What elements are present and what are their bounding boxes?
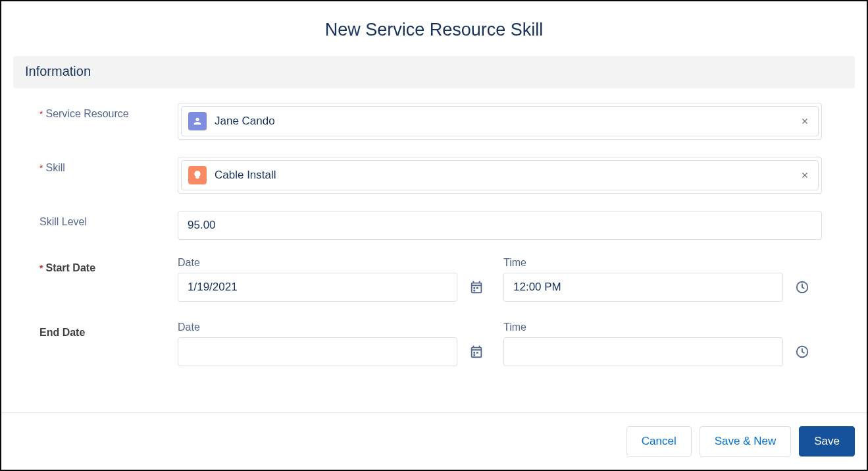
- label-service-resource: * Service Resource: [39, 103, 178, 120]
- row-service-resource: * Service Resource Jane Cando: [39, 103, 855, 140]
- row-start-date: * Start Date Date: [39, 257, 855, 302]
- label-skill: * Skill: [39, 157, 178, 174]
- datetime-start: Date: [178, 257, 822, 302]
- cancel-button[interactable]: Cancel: [626, 426, 692, 457]
- end-date-input[interactable]: [178, 337, 457, 366]
- modal-footer: Cancel Save & New Save: [1, 412, 867, 470]
- skill-icon: [188, 166, 207, 184]
- service-resource-icon: [188, 112, 207, 130]
- required-asterisk: *: [39, 163, 43, 173]
- pill-service-resource: Jane Cando: [181, 106, 819, 136]
- end-date-picker-button[interactable]: [468, 343, 485, 360]
- start-date-row: [178, 273, 485, 302]
- skill-level-input[interactable]: [178, 211, 822, 240]
- label-text-service-resource: Service Resource: [45, 108, 128, 120]
- svg-rect-1: [476, 287, 478, 289]
- end-date-row: [178, 337, 485, 366]
- save-and-new-button[interactable]: Save & New: [700, 426, 792, 457]
- lookup-skill[interactable]: Cable Install: [178, 157, 822, 194]
- field-skill: Cable Install: [178, 157, 855, 194]
- label-end-date: End Date: [39, 321, 178, 339]
- clock-icon: [795, 280, 809, 294]
- modal-title: New Service Resource Skill: [1, 20, 867, 40]
- end-date-block: Date: [178, 321, 485, 366]
- pill-skill: Cable Install: [181, 160, 819, 190]
- end-time-input[interactable]: [503, 337, 783, 366]
- label-start-date: * Start Date: [39, 257, 178, 274]
- field-end-date: Date: [178, 321, 855, 366]
- datetime-end: Date: [178, 321, 822, 366]
- svg-rect-0: [473, 287, 475, 289]
- end-time-row: [503, 337, 811, 366]
- label-text-skill-level: Skill Level: [39, 216, 87, 228]
- modal-dialog: New Service Resource Skill Information *…: [0, 0, 868, 471]
- required-asterisk: *: [39, 109, 43, 119]
- label-text-end-date: End Date: [39, 327, 85, 339]
- svg-rect-5: [476, 352, 478, 354]
- pill-label-service-resource: Jane Cando: [215, 115, 798, 128]
- field-skill-level: [178, 211, 855, 240]
- start-date-picker-button[interactable]: [468, 279, 485, 296]
- sublabel-end-date: Date: [178, 321, 485, 333]
- sublabel-start-time: Time: [503, 257, 811, 269]
- svg-rect-4: [473, 352, 475, 354]
- save-button[interactable]: Save: [799, 426, 855, 457]
- field-start-date: Date: [178, 257, 855, 302]
- start-date-input[interactable]: [178, 273, 457, 302]
- label-text-start-date: Start Date: [45, 262, 95, 274]
- label-text-skill: Skill: [45, 162, 64, 174]
- start-time-row: [503, 273, 811, 302]
- row-skill: * Skill Cable Install: [39, 157, 855, 194]
- form: * Service Resource Jane Cando: [13, 103, 855, 366]
- end-time-block: Time: [503, 321, 811, 366]
- pill-label-skill: Cable Install: [215, 169, 798, 182]
- remove-skill-button[interactable]: [798, 169, 811, 182]
- modal-body: Information * Service Resource Jane Cand…: [1, 56, 867, 412]
- row-end-date: End Date Date: [39, 321, 855, 366]
- remove-service-resource-button[interactable]: [798, 115, 811, 128]
- field-service-resource: Jane Cando: [178, 103, 855, 140]
- lookup-service-resource[interactable]: Jane Cando: [178, 103, 822, 140]
- svg-rect-6: [473, 354, 475, 356]
- start-time-block: Time: [503, 257, 811, 302]
- required-asterisk: *: [39, 263, 43, 273]
- start-date-block: Date: [178, 257, 485, 302]
- modal-header: New Service Resource Skill: [1, 1, 867, 56]
- sublabel-start-date: Date: [178, 257, 485, 269]
- start-time-picker-button[interactable]: [794, 279, 811, 296]
- row-skill-level: Skill Level: [39, 211, 855, 240]
- label-skill-level: Skill Level: [39, 211, 178, 228]
- clock-icon: [795, 345, 809, 359]
- end-time-picker-button[interactable]: [794, 343, 811, 360]
- calendar-icon: [469, 280, 484, 294]
- section-header-information: Information: [13, 56, 855, 88]
- svg-rect-2: [473, 290, 475, 292]
- calendar-icon: [469, 345, 484, 359]
- sublabel-end-time: Time: [503, 321, 811, 333]
- start-time-input[interactable]: [503, 273, 783, 302]
